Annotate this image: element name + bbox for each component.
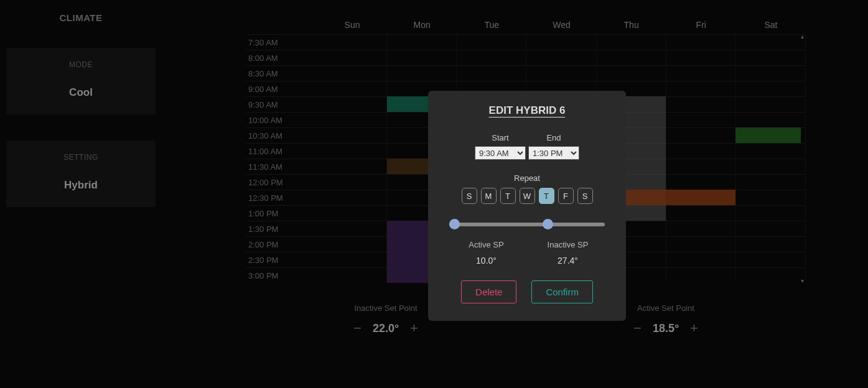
- time-label: 10:30 AM: [246, 128, 317, 143]
- repeat-label: Repeat: [446, 173, 609, 183]
- day-toggle-wed[interactable]: W: [520, 188, 535, 204]
- setpoint-slider[interactable]: [449, 218, 605, 230]
- time-label: 12:00 PM: [246, 175, 317, 190]
- sidebar: CLIMATE MODE Cool SETTING Hybrid: [0, 0, 162, 213]
- time-label: 3:00 PM: [246, 268, 317, 283]
- day-toggle-sat[interactable]: S: [577, 188, 593, 204]
- day-header: Tue: [457, 20, 526, 30]
- mode-card[interactable]: MODE Cool: [6, 48, 156, 114]
- end-label: End: [528, 133, 579, 142]
- end-time-select[interactable]: 1:30 PM: [528, 146, 579, 160]
- day-header: Sat: [736, 20, 806, 30]
- day-toggle-fri[interactable]: F: [558, 188, 574, 204]
- day-header: Sun: [317, 20, 387, 30]
- start-time-select[interactable]: 9:30 AM: [475, 146, 526, 160]
- time-label: 1:30 PM: [246, 221, 317, 236]
- day-toggle-sun[interactable]: S: [462, 188, 477, 204]
- active-sp-decrement[interactable]: −: [633, 321, 642, 335]
- inactive-sp-readout: 27.4°: [527, 256, 609, 266]
- mode-value: Cool: [12, 86, 149, 99]
- active-sp-value: 18.5°: [653, 322, 679, 335]
- time-label: 12:30 PM: [246, 190, 317, 205]
- setting-label: SETTING: [12, 153, 149, 162]
- inactive-sp-decrement[interactable]: −: [353, 321, 362, 335]
- schedule-event[interactable]: [735, 127, 801, 143]
- day-header: Mon: [387, 20, 457, 30]
- time-label: 1:00 PM: [246, 206, 317, 221]
- time-label: 8:00 AM: [246, 50, 317, 65]
- inactive-sp-value: 22.0°: [373, 322, 399, 335]
- scroll-up-icon[interactable]: ▴: [801, 33, 804, 40]
- day-header: Thu: [597, 20, 666, 30]
- time-label: 9:00 AM: [246, 81, 317, 96]
- confirm-button[interactable]: Confirm: [531, 280, 593, 303]
- time-label: 2:30 PM: [246, 252, 317, 267]
- day-toggle-row: S M T W T F S: [446, 188, 609, 204]
- day-header: Wed: [526, 20, 596, 30]
- setting-value: Hybrid: [12, 179, 149, 192]
- time-label: 11:00 AM: [246, 144, 317, 159]
- time-label: 10:00 AM: [246, 113, 317, 127]
- day-toggle-thu[interactable]: T: [539, 188, 554, 204]
- time-label: 7:30 AM: [246, 35, 317, 50]
- time-label: 8:30 AM: [246, 66, 317, 81]
- slider-thumb-active[interactable]: [449, 219, 460, 229]
- day-header-row: Sun Mon Tue Wed Thu Fri Sat: [246, 16, 806, 34]
- slider-thumb-inactive[interactable]: [543, 219, 553, 229]
- active-sp-increment[interactable]: +: [690, 321, 698, 335]
- setting-card[interactable]: SETTING Hybrid: [6, 141, 156, 207]
- inactive-sp-label: Inactive SP: [527, 240, 609, 249]
- time-label: 2:00 PM: [246, 237, 317, 252]
- day-toggle-mon[interactable]: M: [481, 188, 497, 204]
- sidebar-title: CLIMATE: [0, 12, 162, 23]
- inactive-sp-increment[interactable]: +: [410, 321, 418, 335]
- day-header: Fri: [666, 20, 736, 30]
- scroll-down-icon[interactable]: ▾: [801, 277, 804, 284]
- day-toggle-tue[interactable]: T: [500, 188, 516, 204]
- time-label: 9:30 AM: [246, 97, 317, 112]
- mode-label: MODE: [12, 60, 149, 69]
- active-sp-label: Active SP: [446, 240, 527, 249]
- delete-button[interactable]: Delete: [461, 280, 516, 303]
- edit-schedule-modal: EDIT HYBRID 6 Start 9:30 AM End 1:30 PM …: [428, 91, 626, 321]
- active-sp-readout: 10.0°: [446, 256, 527, 266]
- modal-title: EDIT HYBRID 6: [446, 104, 609, 117]
- time-label: 11:30 AM: [246, 159, 317, 174]
- start-label: Start: [475, 133, 526, 142]
